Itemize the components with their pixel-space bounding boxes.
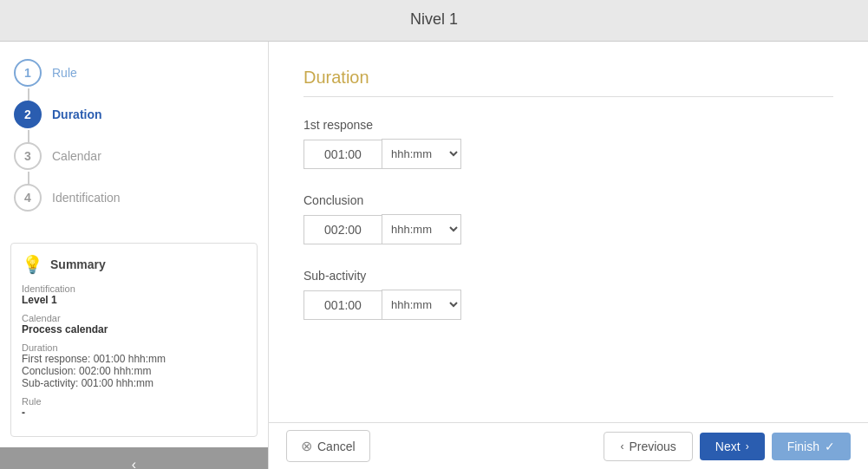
sub-activity-format-select[interactable]: hhh:mm dd:hh:mm	[382, 290, 461, 320]
step-item-rule[interactable]: 1 Rule	[14, 59, 254, 87]
next-label: Next	[715, 440, 741, 453]
summary-duration-conclusion: Conclusion: 002:00 hhh:mm	[22, 365, 246, 377]
summary-rule-value: -	[22, 407, 246, 419]
step-label-identification: Identification	[52, 191, 121, 205]
conclusion-time-input[interactable]	[303, 215, 382, 244]
first-response-label: 1st response	[303, 118, 833, 132]
cancel-label: Cancel	[317, 440, 356, 453]
form-group-first-response: 1st response hhh:mm dd:hh:mm	[303, 118, 833, 169]
section-title: Duration	[303, 68, 833, 97]
form-group-sub-activity: Sub-activity hhh:mm dd:hh:mm	[303, 269, 833, 320]
summary-calendar: Calendar Process calendar	[22, 313, 246, 335]
footer-left: ⊗ Cancel	[286, 430, 370, 462]
first-response-time-input[interactable]	[303, 140, 382, 169]
summary-duration-subactivity: Sub-activity: 001:00 hhh:mm	[22, 377, 246, 389]
previous-chevron-icon: ‹	[620, 440, 623, 453]
previous-button[interactable]: ‹ Previous	[604, 432, 692, 461]
finish-button[interactable]: Finish ✓	[772, 433, 851, 460]
previous-label: Previous	[629, 440, 675, 453]
step-item-calendar[interactable]: 3 Calendar	[14, 142, 254, 170]
sidebar-toggle[interactable]: ‹	[0, 447, 268, 469]
step-label-calendar: Calendar	[52, 149, 101, 163]
summary-identification-value: Level 1	[22, 294, 246, 306]
summary-title: 💡 Summary	[22, 254, 246, 275]
next-chevron-icon: ›	[746, 440, 749, 453]
step-circle-2: 2	[14, 101, 42, 128]
cancel-button[interactable]: ⊗ Cancel	[286, 430, 370, 462]
next-button[interactable]: Next ›	[700, 433, 765, 460]
footer-right: ‹ Previous Next › Finish ✓	[604, 432, 851, 461]
footer: ⊗ Cancel ‹ Previous Next › Finish ✓	[269, 422, 868, 469]
steps-container: 1 Rule 2 Duration 3 Calendar 4 Identific…	[0, 42, 268, 243]
form-group-conclusion: Conclusion hhh:mm dd:hh:mm	[303, 193, 833, 244]
sub-activity-time-input[interactable]	[303, 290, 382, 320]
bulb-icon: 💡	[22, 254, 43, 275]
check-icon: ✓	[825, 440, 835, 453]
step-circle-4: 4	[14, 184, 42, 212]
summary-rule: Rule -	[22, 396, 246, 419]
conclusion-label: Conclusion	[303, 193, 833, 207]
step-item-duration[interactable]: 2 Duration	[14, 101, 254, 128]
summary-calendar-value: Process calendar	[22, 323, 246, 335]
content-area: Duration 1st response hhh:mm dd:hh:mm Co…	[269, 42, 868, 469]
page-title: Nivel 1	[410, 10, 458, 28]
first-response-input-row: hhh:mm dd:hh:mm	[303, 139, 833, 169]
summary-duration: Duration First response: 001:00 hhh:mm C…	[22, 342, 246, 389]
summary-duration-label: Duration	[22, 342, 246, 353]
step-label-duration: Duration	[52, 107, 102, 121]
summary-calendar-label: Calendar	[22, 313, 246, 323]
step-circle-3: 3	[14, 142, 42, 170]
step-item-identification[interactable]: 4 Identification	[14, 184, 254, 212]
sub-activity-input-row: hhh:mm dd:hh:mm	[303, 290, 833, 320]
finish-label: Finish	[787, 440, 819, 453]
summary-box: 💡 Summary Identification Level 1 Calenda…	[10, 243, 258, 437]
content-body: Duration 1st response hhh:mm dd:hh:mm Co…	[269, 42, 868, 422]
main-container: 1 Rule 2 Duration 3 Calendar 4 Identific…	[0, 42, 868, 469]
first-response-format-select[interactable]: hhh:mm dd:hh:mm	[382, 139, 461, 169]
sidebar: 1 Rule 2 Duration 3 Calendar 4 Identific…	[0, 42, 269, 469]
step-circle-1: 1	[14, 59, 42, 87]
summary-identification: Identification Level 1	[22, 283, 246, 306]
summary-rule-label: Rule	[22, 396, 246, 407]
step-label-rule: Rule	[52, 66, 77, 80]
page-header: Nivel 1	[0, 0, 868, 42]
conclusion-format-select[interactable]: hhh:mm dd:hh:mm	[382, 214, 461, 244]
chevron-left-icon: ‹	[132, 457, 136, 469]
cancel-icon: ⊗	[301, 438, 312, 454]
conclusion-input-row: hhh:mm dd:hh:mm	[303, 214, 833, 244]
summary-duration-first-response: First response: 001:00 hhh:mm	[22, 353, 246, 365]
summary-identification-label: Identification	[22, 283, 246, 294]
sub-activity-label: Sub-activity	[303, 269, 833, 283]
